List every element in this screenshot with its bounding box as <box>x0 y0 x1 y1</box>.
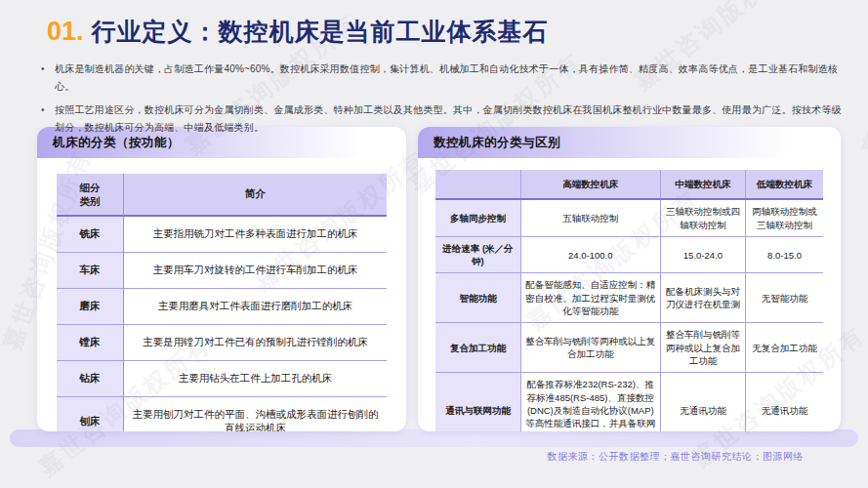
data-source-note: 数据来源：公开数据整理；嘉世咨询研究结论；图源网络 <box>548 450 805 464</box>
column-header: 简介 <box>124 174 388 216</box>
table-row: 多轴同步控制 五轴联动控制 三轴联动控制或四轴联动控制 两轴联动控制或三轴联动控… <box>435 199 823 236</box>
bottom-accent-bar <box>10 429 858 447</box>
row-label: 车床 <box>57 253 124 289</box>
row-label: 刨床 <box>57 397 124 431</box>
cell-low-end: 无智能功能 <box>746 273 823 323</box>
cell-high-end: 五轴联动控制 <box>520 199 660 236</box>
row-label: 通讯与联网功能 <box>435 373 520 431</box>
table-row: 进给速率 (米／分钟) 24.0-100.0 15.0-24.0 8.0-15.… <box>435 236 823 273</box>
panel-cnc-comparison: 数控机床的分类与区别 高端数控机床 中端数控机床 低端数控机床 多轴同步控制 五… <box>418 127 841 431</box>
cell-low-end: 两轴联动控制或三轴联动控制 <box>746 199 823 236</box>
table-header-row: 细分类别 简介 <box>57 174 387 216</box>
cell-mid-end: 15.0-24.0 <box>660 236 745 273</box>
row-desc: 主要用磨具对工件表面进行磨削加工的机床 <box>124 289 388 325</box>
row-label: 多轴同步控制 <box>435 199 520 236</box>
cell-high-end: 24.0-100.0 <box>520 236 660 273</box>
cell-high-end: 配备智能感知、自适应控制：精密自校准、加工过程实时量测优化等智能功能 <box>520 273 660 323</box>
cell-low-end: 无复合加工功能 <box>746 323 823 373</box>
row-label: 钻床 <box>57 361 124 397</box>
row-label: 复合加工功能 <box>435 323 520 373</box>
watermark: 嘉世咨询版权所有 <box>855 0 868 159</box>
page-title: 01.行业定义：数控机床是当前工业体系基石 <box>47 16 549 48</box>
row-label: 铣床 <box>57 216 124 253</box>
table-row: 钻床 主要用钻头在工件上加工孔的机床 <box>57 361 387 397</box>
cell-low-end: 8.0-15.0 <box>746 236 823 273</box>
table-row: 复合加工功能 整合车削与铣削等两种或以上复合加工功能 整合车削与铣削等两种或以上… <box>435 323 823 373</box>
row-desc: 主要指用铣刀对工件多种表面进行加工的机床 <box>124 216 388 253</box>
panel-machine-classification: 机床的分类（按功能） 细分类别 简介 铣床 主要指用铣刀对工件多种表面进行加工的… <box>37 127 406 431</box>
row-desc: 主要是用镗刀对工件已有的预制孔进行镗削的机床 <box>124 325 388 361</box>
table-row: 刨床 主要用刨刀对工件的平面、沟槽或成形表面进行刨削的直线运动机床 <box>57 397 387 431</box>
machine-type-table: 细分类别 简介 铣床 主要指用铣刀对工件多种表面进行加工的机床 车床 主要用车刀… <box>57 174 387 431</box>
cell-mid-end: 整合车削与铣削等两种或以上复合加工功能 <box>660 323 745 373</box>
table-row: 通讯与联网功能 配备推荐标准232(RS-232)、推荐标准485(RS-485… <box>435 373 823 431</box>
bullet-item: 按照工艺用途区分，数控机床可分为金属切削类、金属成形类、特种加工类以及其他类型。… <box>39 102 845 136</box>
bullet-item: 机床是制造机器的关键，占制造工作量40%~60%。数控机床采用数值控制，集计算机… <box>39 61 845 95</box>
cell-mid-end: 无通讯功能 <box>660 373 745 431</box>
table-row: 铣床 主要指用铣刀对工件多种表面进行加工的机床 <box>57 216 387 253</box>
row-desc: 主要用车刀对旋转的工件进行车削加工的机床 <box>124 253 388 289</box>
column-header: 低端数控机床 <box>746 170 823 199</box>
column-header <box>435 170 520 199</box>
cnc-tier-table: 高端数控机床 中端数控机床 低端数控机床 多轴同步控制 五轴联动控制 三轴联动控… <box>435 170 823 431</box>
title-number: 01. <box>47 17 84 46</box>
cell-high-end: 配备推荐标准232(RS-232)、推荐标准485(RS-485)、直接数控(D… <box>520 373 660 431</box>
row-desc: 主要用刨刀对工件的平面、沟槽或成形表面进行刨削的直线运动机床 <box>124 397 388 431</box>
intro-bullets: 机床是制造机器的关键，占制造工作量40%~60%。数控机床采用数值控制，集计算机… <box>39 61 845 142</box>
row-desc: 主要用钻头在工件上加工孔的机床 <box>124 361 388 397</box>
cell-low-end: 无通讯功能 <box>746 373 823 431</box>
table-row: 磨床 主要用磨具对工件表面进行磨削加工的机床 <box>57 289 387 325</box>
column-header: 中端数控机床 <box>660 170 745 199</box>
table-row: 车床 主要用车刀对旋转的工件进行车削加工的机床 <box>57 253 387 289</box>
row-label: 磨床 <box>57 289 124 325</box>
cell-mid-end: 配备机床测头与对刀仪进行在机量测 <box>660 273 745 323</box>
row-label: 进给速率 (米／分钟) <box>435 236 520 273</box>
table-header-row: 高端数控机床 中端数控机床 低端数控机床 <box>435 170 823 199</box>
table-row: 智能功能 配备智能感知、自适应控制：精密自校准、加工过程实时量测优化等智能功能 … <box>435 273 823 323</box>
row-label: 智能功能 <box>435 273 520 323</box>
column-header: 细分类别 <box>57 174 124 216</box>
column-header: 高端数控机床 <box>520 170 660 199</box>
title-text: 行业定义：数控机床是当前工业体系基石 <box>92 18 549 45</box>
cell-high-end: 整合车削与铣削等两种或以上复合加工功能 <box>520 323 660 373</box>
cell-mid-end: 三轴联动控制或四轴联动控制 <box>660 199 745 236</box>
row-label: 镗床 <box>57 325 124 361</box>
column-header-label: 细分类别 <box>77 181 102 208</box>
table-row: 镗床 主要是用镗刀对工件已有的预制孔进行镗削的机床 <box>57 325 387 361</box>
